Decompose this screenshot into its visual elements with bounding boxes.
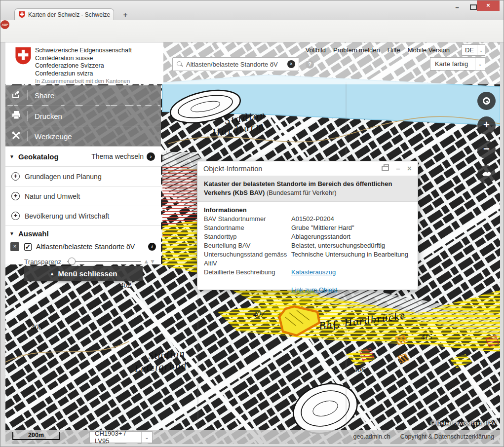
- map-label-415: 415: [421, 333, 432, 341]
- slider-knob[interactable]: [68, 258, 76, 265]
- category-grundlagen[interactable]: + Grundlagen und Planung: [5, 167, 161, 186]
- copyright-link[interactable]: Copyright & Datenschutzerklärung: [400, 433, 494, 440]
- share-button[interactable]: Share: [5, 85, 161, 106]
- close-menu-label: Menü schliessen: [58, 269, 117, 278]
- layer-reorder-icons[interactable]: ▲▼: [143, 258, 161, 265]
- expand-icon[interactable]: +: [11, 172, 20, 181]
- layer-info-icon[interactable]: i: [148, 243, 156, 251]
- map-label-407: 407: [253, 310, 265, 318]
- print-label: Drucken: [35, 112, 62, 120]
- map-search-input[interactable]: [186, 61, 284, 68]
- fullscreen-link[interactable]: Vollbild: [306, 46, 326, 54]
- popup-print-icon[interactable]: [382, 166, 389, 171]
- tools-label: Werkzeuge: [35, 132, 72, 141]
- projection-select[interactable]: CH1903+ / LV95 ⌄: [89, 431, 153, 443]
- geolocate-icon: [483, 97, 490, 105]
- popup-close-icon[interactable]: ×: [407, 164, 412, 173]
- scale-bar: 200m: [12, 432, 60, 440]
- footer-links: geo.admin.ch Copyright & Datenschutzerkl…: [353, 433, 494, 440]
- confederation-names: Schweizerische Eidgenossenschaft Confédé…: [35, 47, 132, 77]
- report-problem-link[interactable]: Problem melden: [333, 46, 380, 54]
- page-content: Stadion Hardturm Bhf. Hardbrücke Stadion…: [5, 42, 500, 444]
- window-minimize-button[interactable]: –: [452, 3, 462, 11]
- geocatalog-header[interactable]: ▼ Geokatalog Thema wechseln ›: [5, 147, 161, 167]
- popup-minimize-icon[interactable]: –: [396, 164, 400, 173]
- bottom-bar: 200m CH1903+ / LV95 ⌄ geo.admin.ch Copyr…: [5, 430, 500, 444]
- change-theme-link[interactable]: Thema wechseln ›: [91, 152, 161, 161]
- popup-body: Informationen BAV Standortnummer A01502-…: [197, 202, 418, 298]
- help-link[interactable]: Hilfe: [388, 46, 400, 54]
- layer-checkbox[interactable]: ✓: [24, 243, 32, 251]
- collapse-icon[interactable]: ▼: [5, 231, 18, 236]
- new-tab-button[interactable]: +: [121, 10, 130, 19]
- map-style-select[interactable]: Karte farbig ⌄: [430, 57, 485, 71]
- confederation-header: Schweizerische Eidgenossenschaft Confédé…: [5, 42, 163, 84]
- search-help-icon[interactable]: ?: [306, 60, 314, 69]
- window-maximize-button[interactable]: [470, 4, 477, 10]
- projection-chevron-icon: ⌄: [141, 432, 152, 443]
- theme-arrow-icon: ›: [147, 152, 155, 161]
- category-natur[interactable]: + Natur und Umwelt: [5, 186, 161, 206]
- print-button[interactable]: Drucken: [5, 106, 161, 126]
- kataster-link[interactable]: Katasterauszug: [291, 268, 336, 276]
- caret-up-icon: ▲: [50, 271, 55, 276]
- map-search-box[interactable]: ×: [172, 57, 299, 71]
- zoom-out-button[interactable]: −: [477, 141, 496, 159]
- share-label: Share: [35, 91, 54, 100]
- default-extent-button[interactable]: [477, 165, 496, 184]
- expand-icon[interactable]: +: [11, 212, 20, 220]
- clear-search-icon[interactable]: ×: [287, 60, 295, 68]
- navigation-toolbar: ← map.geo.admin.ch/?X=249138.11&Y=680698…: [0, 20, 504, 42]
- popup-title: Objekt-Information: [203, 165, 262, 173]
- object-link-row: Link zum Objekt: [204, 286, 411, 295]
- geolocate-button[interactable]: [477, 92, 496, 110]
- category-bevoelkerung[interactable]: + Bevölkerung und Wirtschaft: [5, 206, 161, 226]
- info-row: Untersuchungsstand gemäss AltlV Technisc…: [204, 250, 411, 268]
- selection-header[interactable]: ▼ Auswahl: [5, 226, 161, 238]
- layer-row: × ✓ Altlasten/belastete Standorte öV i: [5, 238, 161, 253]
- search-icon: [176, 61, 183, 68]
- tools-icon: [5, 131, 27, 141]
- collapse-icon[interactable]: ▼: [5, 154, 18, 159]
- window-close-button[interactable]: ×: [477, 0, 500, 11]
- geocatalog-panel: ▼ Geokatalog Thema wechseln › + Grundlag…: [5, 147, 161, 264]
- org-line: Confederazione Svizzera: [35, 62, 132, 70]
- mobile-version-link[interactable]: Mobile Version: [408, 46, 450, 54]
- geoadmin-link[interactable]: geo.admin.ch: [353, 433, 390, 440]
- info-row: Beurteilung BAV Belastet, untersuchungsb…: [204, 241, 411, 250]
- org-line: Confédération suisse: [35, 55, 132, 63]
- close-menu-button[interactable]: ▲ Menü schliessen: [24, 266, 143, 281]
- category-label: Grundlagen und Planung: [25, 173, 102, 181]
- object-link[interactable]: Link zum Objekt: [291, 286, 337, 294]
- title-bar: Karten der Schweiz - Schweize... + – ×: [0, 0, 504, 20]
- tab-title: Karten der Schweiz - Schweize...: [28, 11, 110, 18]
- header-links: Vollbild Problem melden Hilfe Mobile Ver…: [306, 46, 450, 54]
- transparency-label: Transparenz: [24, 258, 61, 265]
- map-label-406: 406: [31, 323, 42, 331]
- zoom-in-button[interactable]: +: [477, 116, 496, 135]
- expand-icon[interactable]: +: [11, 192, 20, 200]
- geocatalog-title: Geokatalog: [18, 152, 59, 161]
- popup-header[interactable]: Objekt-Information – ×: [197, 161, 418, 176]
- cooperation-note: In Zusammenarbeit mit den Kantonen: [35, 78, 130, 84]
- selection-title: Auswahl: [18, 229, 49, 238]
- org-line: Schweizerische Eidgenossenschaft: [35, 47, 132, 55]
- info-section-title: Informationen: [204, 206, 411, 215]
- adblock-icon[interactable]: ABP: [0, 20, 9, 29]
- browser-window: Karten der Schweiz - Schweize... + – × ←…: [0, 0, 504, 447]
- switzerland-outline-icon: [477, 165, 496, 184]
- browser-tab[interactable]: Karten der Schweiz - Schweize...: [14, 8, 114, 20]
- info-row: Detaillierte Beschreibung Katasterauszug: [204, 268, 411, 277]
- map-attribution: © Daten: swisstopo, BAV: [430, 420, 496, 427]
- tools-button[interactable]: Werkzeuge: [5, 126, 161, 147]
- transparency-slider[interactable]: [67, 261, 141, 262]
- language-select[interactable]: DE ⌄: [462, 44, 485, 56]
- map-style-chevron-icon: ⌄: [475, 58, 485, 70]
- remove-layer-button[interactable]: ×: [10, 242, 19, 251]
- org-line: Confederaziun svizra: [35, 70, 132, 78]
- info-row: BAV Standortnummer A01502-P0204: [204, 215, 411, 224]
- language-chevron-icon: ⌄: [477, 45, 485, 55]
- info-row: Standorttyp Ablagerungsstandort: [204, 232, 411, 241]
- plus-icon: +: [477, 116, 496, 133]
- info-row: Standortname Grube "Mittlerer Hard": [204, 224, 411, 232]
